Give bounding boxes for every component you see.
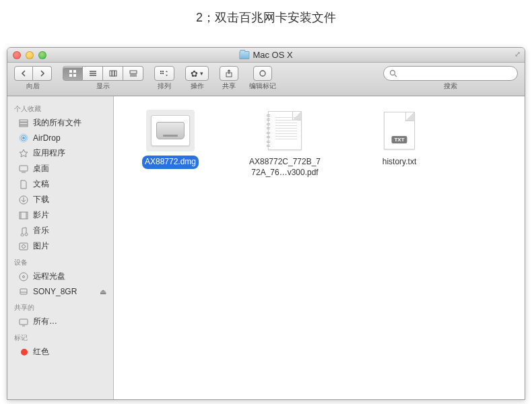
- file-item-pdf-file[interactable]: AX88772C_772B_772A_76…v300.pdf: [244, 110, 325, 178]
- view-coverflow-button[interactable]: [123, 66, 143, 81]
- view-label: 显示: [96, 81, 110, 91]
- svg-point-36: [23, 275, 25, 277]
- svg-point-19: [391, 71, 395, 75]
- file-icon-wrap: TXT: [375, 110, 424, 152]
- sidebar-item-all-my-files[interactable]: 我的所有文件: [7, 115, 113, 131]
- chevron-down-icon: ▾: [200, 71, 203, 77]
- sidebar-item-downloads[interactable]: 下载: [7, 192, 113, 207]
- forward-button[interactable]: [33, 66, 52, 81]
- sidebar-item-movies[interactable]: 影片: [7, 207, 113, 223]
- txt-badge: TXT: [391, 136, 407, 143]
- svg-point-18: [260, 71, 265, 76]
- action-label: 操作: [191, 81, 204, 91]
- svg-rect-13: [160, 71, 162, 72]
- downloads-icon: [18, 195, 29, 205]
- eject-icon[interactable]: ⏏: [100, 288, 106, 296]
- svg-point-24: [22, 137, 25, 139]
- sidebar-item-label: 应用程序: [33, 147, 65, 159]
- window-title-text: Mac OS X: [253, 50, 292, 60]
- sidebar-item-label: AirDrop: [33, 133, 61, 143]
- sidebar-section-title: 标记: [7, 329, 113, 344]
- svg-rect-3: [73, 74, 76, 77]
- sidebar-item-documents[interactable]: 文稿: [7, 176, 113, 192]
- svg-rect-10: [130, 71, 137, 73]
- share-button[interactable]: [220, 66, 238, 81]
- search-label: 搜索: [444, 81, 457, 91]
- tags-label: 编辑标记: [249, 81, 276, 91]
- share-label: 共享: [222, 81, 236, 91]
- sidebar-item-label: 影片: [33, 209, 49, 221]
- sidebar-item-all-shared[interactable]: 所有…: [7, 314, 113, 329]
- nav-group: 向后: [14, 66, 52, 91]
- close-icon[interactable]: [13, 51, 21, 59]
- view-column-button[interactable]: [103, 66, 123, 81]
- applications-icon: [18, 148, 29, 159]
- svg-rect-27: [20, 166, 28, 171]
- zoom-icon[interactable]: [38, 51, 46, 59]
- svg-rect-37: [20, 289, 27, 294]
- file-name-label: AX88772.dmg: [142, 156, 199, 169]
- sidebar-item-pictures[interactable]: 图片: [7, 238, 113, 254]
- txt-icon: TXT: [384, 112, 415, 149]
- sidebar-item-airdrop[interactable]: AirDrop: [7, 131, 113, 145]
- svg-rect-22: [20, 123, 28, 125]
- file-item-txt-file[interactable]: TXThistory.txt: [359, 110, 440, 169]
- file-item-dmg-file[interactable]: AX88772.dmg: [130, 110, 211, 169]
- sidebar-item-label: 下载: [33, 194, 49, 205]
- sidebar-item-remote-disc[interactable]: 远程光盘: [7, 269, 113, 284]
- svg-line-20: [395, 75, 397, 77]
- sidebar-item-label: 图片: [33, 240, 49, 252]
- file-content-area[interactable]: AX88772.dmgAX88772C_772B_772A_76…v300.pd…: [114, 96, 525, 399]
- svg-rect-23: [20, 125, 28, 127]
- gear-icon: ✿: [191, 69, 198, 78]
- svg-rect-21: [20, 120, 28, 122]
- all-shared-icon: [18, 316, 29, 327]
- action-group: ✿ ▾ 操作: [185, 66, 209, 91]
- search-group: 搜索: [383, 66, 518, 91]
- svg-rect-33: [20, 243, 28, 250]
- share-group: 共享: [220, 66, 238, 91]
- action-button[interactable]: ✿ ▾: [185, 66, 209, 81]
- nav-label: 向后: [26, 81, 40, 91]
- sidebar-item-label: 所有…: [33, 316, 57, 327]
- minimize-icon[interactable]: [26, 51, 34, 59]
- svg-rect-2: [69, 74, 72, 77]
- svg-rect-7: [110, 71, 112, 76]
- window-title: Mac OS X: [239, 50, 292, 60]
- sidebar: 个人收藏我的所有文件AirDrop应用程序桌面文稿下载影片音乐图片设备远程光盘S…: [7, 96, 114, 399]
- search-box[interactable]: [383, 66, 518, 81]
- search-input[interactable]: [401, 69, 512, 78]
- file-name-label: history.txt: [380, 156, 419, 169]
- sidebar-item-music[interactable]: 音乐: [7, 223, 113, 238]
- tags-group: 编辑标记: [249, 66, 276, 91]
- sidebar-item-sony-8gr[interactable]: SONY_8GR⏏: [7, 284, 113, 299]
- sidebar-item-label: 我的所有文件: [33, 117, 81, 129]
- svg-rect-15: [160, 73, 162, 74]
- pdf-icon: [268, 111, 302, 150]
- sidebar-section-title: 设备: [7, 254, 113, 269]
- sidebar-item-label: 音乐: [33, 225, 49, 236]
- sidebar-item-label: 桌面: [33, 163, 49, 174]
- sidebar-item-label: SONY_8GR: [33, 287, 77, 296]
- view-icon-button[interactable]: [63, 66, 83, 81]
- svg-rect-16: [162, 73, 164, 74]
- arrange-group: 排列: [154, 66, 174, 91]
- arrange-label: 排列: [158, 81, 171, 91]
- view-list-button[interactable]: [83, 66, 103, 81]
- back-button[interactable]: [14, 66, 33, 81]
- folder-icon: [239, 51, 249, 59]
- svg-point-34: [22, 244, 26, 248]
- tags-button[interactable]: [253, 66, 272, 81]
- all-my-files-icon: [18, 118, 29, 129]
- sidebar-item-desktop[interactable]: 桌面: [7, 161, 113, 176]
- fullscreen-icon[interactable]: ⤢: [514, 50, 521, 59]
- sidebar-item-applications[interactable]: 应用程序: [7, 145, 113, 161]
- view-group: 显示: [63, 66, 143, 91]
- arrange-button[interactable]: [154, 66, 174, 81]
- svg-rect-14: [162, 71, 164, 72]
- finder-window: Mac OS X ⤢ 向后: [7, 47, 525, 400]
- sidebar-section-title: 共享的: [7, 299, 113, 314]
- sidebar-item-tag-red[interactable]: 红色: [7, 344, 113, 360]
- toolbar: 向后 显示: [7, 63, 525, 96]
- tag-red-icon: [18, 347, 29, 358]
